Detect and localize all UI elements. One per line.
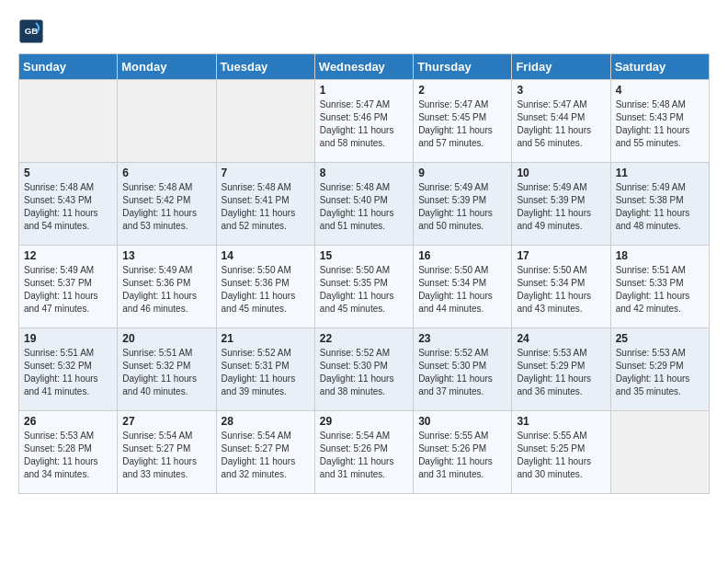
calendar-cell: 10Sunrise: 5:49 AM Sunset: 5:39 PM Dayli… (512, 163, 610, 246)
day-number: 14 (222, 249, 310, 262)
day-info: Sunrise: 5:52 AM Sunset: 5:30 PM Dayligh… (418, 347, 506, 398)
day-number: 27 (122, 415, 210, 428)
day-info: Sunrise: 5:54 AM Sunset: 5:26 PM Dayligh… (320, 430, 408, 481)
day-number: 1 (320, 84, 408, 97)
day-number: 12 (24, 249, 112, 262)
day-info: Sunrise: 5:48 AM Sunset: 5:43 PM Dayligh… (616, 98, 704, 150)
day-info: Sunrise: 5:49 AM Sunset: 5:37 PM Dayligh… (24, 264, 112, 316)
col-header-monday: Monday (118, 54, 216, 80)
day-info: Sunrise: 5:54 AM Sunset: 5:27 PM Dayligh… (122, 430, 210, 481)
calendar-cell: 16Sunrise: 5:50 AM Sunset: 5:34 PM Dayli… (414, 246, 512, 328)
day-number: 19 (24, 332, 112, 345)
day-info: Sunrise: 5:49 AM Sunset: 5:39 PM Dayligh… (517, 181, 605, 233)
logo-icon: GB (18, 18, 44, 44)
day-info: Sunrise: 5:53 AM Sunset: 5:28 PM Dayligh… (24, 430, 112, 481)
day-number: 26 (24, 415, 112, 428)
day-number: 24 (517, 332, 605, 345)
calendar-week-3: 12Sunrise: 5:49 AM Sunset: 5:37 PM Dayli… (19, 246, 710, 328)
calendar-cell: 29Sunrise: 5:54 AM Sunset: 5:26 PM Dayli… (314, 411, 413, 494)
svg-text:GB: GB (25, 26, 39, 36)
day-info: Sunrise: 5:50 AM Sunset: 5:36 PM Dayligh… (222, 264, 310, 316)
calendar-cell: 18Sunrise: 5:51 AM Sunset: 5:33 PM Dayli… (610, 246, 709, 328)
calendar-cell: 21Sunrise: 5:52 AM Sunset: 5:31 PM Dayli… (216, 328, 314, 411)
calendar-cell: 8Sunrise: 5:48 AM Sunset: 5:40 PM Daylig… (314, 163, 413, 246)
day-number: 31 (517, 415, 605, 428)
day-info: Sunrise: 5:47 AM Sunset: 5:45 PM Dayligh… (418, 98, 506, 150)
day-info: Sunrise: 5:52 AM Sunset: 5:30 PM Dayligh… (320, 347, 408, 398)
day-info: Sunrise: 5:49 AM Sunset: 5:36 PM Dayligh… (122, 264, 210, 316)
day-info: Sunrise: 5:53 AM Sunset: 5:29 PM Dayligh… (517, 347, 605, 398)
calendar-cell: 27Sunrise: 5:54 AM Sunset: 5:27 PM Dayli… (118, 411, 216, 494)
day-number: 10 (517, 167, 605, 179)
day-number: 28 (222, 415, 310, 428)
day-info: Sunrise: 5:50 AM Sunset: 5:34 PM Dayligh… (418, 264, 506, 316)
day-info: Sunrise: 5:51 AM Sunset: 5:33 PM Dayligh… (616, 264, 704, 316)
calendar-header-row: SundayMondayTuesdayWednesdayThursdayFrid… (19, 54, 710, 80)
calendar-cell: 25Sunrise: 5:53 AM Sunset: 5:29 PM Dayli… (610, 328, 709, 411)
day-number: 2 (418, 84, 506, 97)
calendar-cell: 20Sunrise: 5:51 AM Sunset: 5:32 PM Dayli… (118, 328, 216, 411)
day-info: Sunrise: 5:48 AM Sunset: 5:41 PM Dayligh… (222, 181, 310, 233)
calendar-cell (19, 80, 118, 163)
day-info: Sunrise: 5:48 AM Sunset: 5:42 PM Dayligh… (122, 181, 210, 233)
logo: GB (18, 18, 48, 44)
day-number: 16 (418, 249, 506, 262)
day-info: Sunrise: 5:55 AM Sunset: 5:26 PM Dayligh… (418, 430, 506, 481)
day-info: Sunrise: 5:54 AM Sunset: 5:27 PM Dayligh… (222, 430, 310, 481)
day-info: Sunrise: 5:51 AM Sunset: 5:32 PM Dayligh… (24, 347, 112, 398)
calendar-cell: 11Sunrise: 5:49 AM Sunset: 5:38 PM Dayli… (610, 163, 709, 246)
page-header: GB (18, 18, 710, 44)
calendar-week-1: 1Sunrise: 5:47 AM Sunset: 5:46 PM Daylig… (19, 80, 710, 163)
day-info: Sunrise: 5:53 AM Sunset: 5:29 PM Dayligh… (616, 347, 704, 398)
day-number: 9 (418, 167, 506, 179)
day-info: Sunrise: 5:51 AM Sunset: 5:32 PM Dayligh… (122, 347, 210, 398)
calendar-cell: 13Sunrise: 5:49 AM Sunset: 5:36 PM Dayli… (118, 246, 216, 328)
day-number: 8 (320, 167, 408, 179)
day-number: 23 (418, 332, 506, 345)
calendar-table: SundayMondayTuesdayWednesdayThursdayFrid… (18, 53, 710, 494)
day-info: Sunrise: 5:50 AM Sunset: 5:34 PM Dayligh… (517, 264, 605, 316)
calendar-cell: 24Sunrise: 5:53 AM Sunset: 5:29 PM Dayli… (512, 328, 610, 411)
calendar-cell: 12Sunrise: 5:49 AM Sunset: 5:37 PM Dayli… (19, 246, 118, 328)
col-header-sunday: Sunday (19, 54, 118, 80)
day-number: 30 (418, 415, 506, 428)
day-number: 17 (517, 249, 605, 262)
calendar-cell: 15Sunrise: 5:50 AM Sunset: 5:35 PM Dayli… (314, 246, 413, 328)
col-header-saturday: Saturday (610, 54, 709, 80)
calendar-cell: 5Sunrise: 5:48 AM Sunset: 5:43 PM Daylig… (19, 163, 118, 246)
day-number: 3 (517, 84, 605, 97)
calendar-cell: 1Sunrise: 5:47 AM Sunset: 5:46 PM Daylig… (314, 80, 413, 163)
col-header-friday: Friday (512, 54, 610, 80)
calendar-cell: 6Sunrise: 5:48 AM Sunset: 5:42 PM Daylig… (118, 163, 216, 246)
day-number: 21 (222, 332, 310, 345)
calendar-cell: 17Sunrise: 5:50 AM Sunset: 5:34 PM Dayli… (512, 246, 610, 328)
day-number: 15 (320, 249, 408, 262)
day-info: Sunrise: 5:55 AM Sunset: 5:25 PM Dayligh… (517, 430, 605, 481)
day-info: Sunrise: 5:52 AM Sunset: 5:31 PM Dayligh… (222, 347, 310, 398)
calendar-cell: 31Sunrise: 5:55 AM Sunset: 5:25 PM Dayli… (512, 411, 610, 494)
calendar-week-5: 26Sunrise: 5:53 AM Sunset: 5:28 PM Dayli… (19, 411, 710, 494)
day-number: 29 (320, 415, 408, 428)
calendar-cell: 7Sunrise: 5:48 AM Sunset: 5:41 PM Daylig… (216, 163, 314, 246)
day-info: Sunrise: 5:48 AM Sunset: 5:40 PM Dayligh… (320, 181, 408, 233)
day-number: 25 (616, 332, 704, 345)
calendar-week-2: 5Sunrise: 5:48 AM Sunset: 5:43 PM Daylig… (19, 163, 710, 246)
col-header-thursday: Thursday (414, 54, 512, 80)
day-info: Sunrise: 5:47 AM Sunset: 5:44 PM Dayligh… (517, 98, 605, 150)
calendar-week-4: 19Sunrise: 5:51 AM Sunset: 5:32 PM Dayli… (19, 328, 710, 411)
day-number: 6 (122, 167, 210, 179)
calendar-cell (610, 411, 709, 494)
calendar-cell: 26Sunrise: 5:53 AM Sunset: 5:28 PM Dayli… (19, 411, 118, 494)
calendar-cell: 19Sunrise: 5:51 AM Sunset: 5:32 PM Dayli… (19, 328, 118, 411)
calendar-cell: 22Sunrise: 5:52 AM Sunset: 5:30 PM Dayli… (314, 328, 413, 411)
day-info: Sunrise: 5:49 AM Sunset: 5:38 PM Dayligh… (616, 181, 704, 233)
day-number: 22 (320, 332, 408, 345)
day-number: 18 (616, 249, 704, 262)
col-header-wednesday: Wednesday (314, 54, 413, 80)
calendar-cell: 9Sunrise: 5:49 AM Sunset: 5:39 PM Daylig… (414, 163, 512, 246)
day-number: 20 (122, 332, 210, 345)
day-number: 11 (616, 167, 704, 179)
calendar-cell: 4Sunrise: 5:48 AM Sunset: 5:43 PM Daylig… (610, 80, 709, 163)
day-number: 5 (24, 167, 112, 179)
day-number: 4 (616, 84, 704, 97)
